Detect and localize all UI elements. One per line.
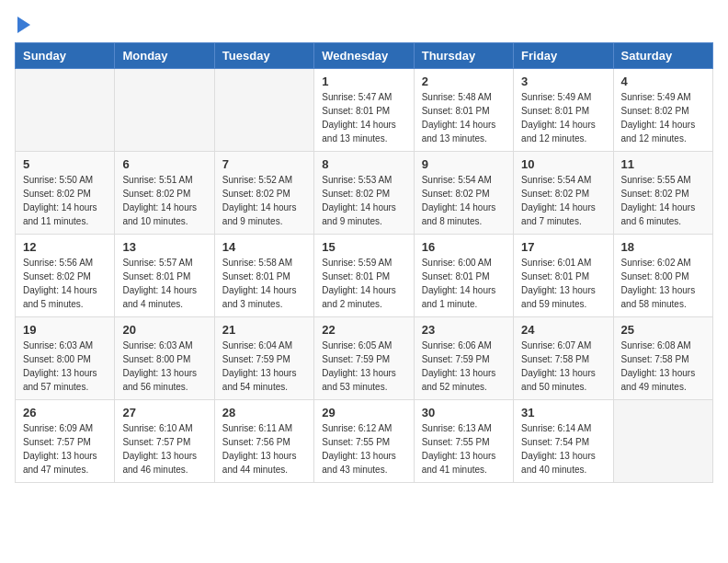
day-info: Sunrise: 6:08 AM Sunset: 7:58 PM Dayligh… bbox=[621, 339, 705, 394]
day-info: Sunrise: 5:56 AM Sunset: 8:02 PM Dayligh… bbox=[23, 256, 107, 311]
day-number: 25 bbox=[621, 323, 705, 337]
day-number: 15 bbox=[322, 240, 405, 254]
calendar-cell: 11Sunrise: 5:55 AM Sunset: 8:02 PM Dayli… bbox=[613, 152, 712, 235]
calendar-cell: 17Sunrise: 6:01 AM Sunset: 8:01 PM Dayli… bbox=[514, 235, 613, 317]
calendar-week-row: 5Sunrise: 5:50 AM Sunset: 8:02 PM Daylig… bbox=[16, 152, 713, 235]
day-number: 22 bbox=[322, 323, 405, 337]
day-of-week-header: Friday bbox=[514, 43, 613, 69]
calendar-cell: 19Sunrise: 6:03 AM Sunset: 8:00 PM Dayli… bbox=[16, 317, 115, 400]
day-number: 4 bbox=[621, 75, 705, 88]
day-info: Sunrise: 5:49 AM Sunset: 8:01 PM Dayligh… bbox=[521, 90, 605, 145]
page-header bbox=[15, 15, 713, 33]
day-number: 3 bbox=[521, 75, 605, 88]
day-number: 16 bbox=[422, 240, 506, 254]
calendar-cell: 31Sunrise: 6:14 AM Sunset: 7:54 PM Dayli… bbox=[514, 400, 613, 483]
day-number: 20 bbox=[122, 323, 206, 337]
logo-arrow-icon bbox=[17, 17, 30, 33]
day-number: 30 bbox=[422, 406, 506, 419]
calendar-table: SundayMondayTuesdayWednesdayThursdayFrid… bbox=[15, 42, 713, 483]
day-info: Sunrise: 5:59 AM Sunset: 8:01 PM Dayligh… bbox=[322, 256, 405, 311]
calendar-cell: 9Sunrise: 5:54 AM Sunset: 8:02 PM Daylig… bbox=[414, 152, 513, 235]
calendar-cell: 18Sunrise: 6:02 AM Sunset: 8:00 PM Dayli… bbox=[613, 235, 712, 317]
day-number: 23 bbox=[422, 323, 506, 337]
day-info: Sunrise: 5:54 AM Sunset: 8:02 PM Dayligh… bbox=[521, 173, 605, 228]
day-info: Sunrise: 5:48 AM Sunset: 8:01 PM Dayligh… bbox=[422, 90, 506, 145]
day-number: 7 bbox=[222, 157, 306, 171]
calendar-cell: 24Sunrise: 6:07 AM Sunset: 7:58 PM Dayli… bbox=[514, 317, 613, 400]
day-info: Sunrise: 6:03 AM Sunset: 8:00 PM Dayligh… bbox=[23, 339, 107, 394]
day-number: 2 bbox=[422, 75, 506, 88]
calendar-cell bbox=[115, 69, 214, 152]
day-number: 1 bbox=[322, 75, 405, 88]
day-number: 5 bbox=[23, 157, 107, 171]
calendar-cell: 27Sunrise: 6:10 AM Sunset: 7:57 PM Dayli… bbox=[115, 400, 214, 483]
day-info: Sunrise: 6:13 AM Sunset: 7:55 PM Dayligh… bbox=[422, 421, 506, 477]
day-of-week-header: Sunday bbox=[16, 43, 115, 69]
day-number: 10 bbox=[521, 157, 605, 171]
day-info: Sunrise: 6:05 AM Sunset: 7:59 PM Dayligh… bbox=[322, 339, 405, 394]
day-info: Sunrise: 5:49 AM Sunset: 8:02 PM Dayligh… bbox=[621, 90, 705, 145]
day-number: 9 bbox=[422, 157, 506, 171]
calendar-week-row: 19Sunrise: 6:03 AM Sunset: 8:00 PM Dayli… bbox=[16, 317, 713, 400]
day-info: Sunrise: 6:02 AM Sunset: 8:00 PM Dayligh… bbox=[621, 256, 705, 311]
calendar-cell: 3Sunrise: 5:49 AM Sunset: 8:01 PM Daylig… bbox=[514, 69, 613, 152]
calendar-cell: 12Sunrise: 5:56 AM Sunset: 8:02 PM Dayli… bbox=[16, 235, 115, 317]
day-info: Sunrise: 5:52 AM Sunset: 8:02 PM Dayligh… bbox=[222, 173, 306, 228]
day-number: 18 bbox=[621, 240, 705, 254]
day-info: Sunrise: 5:51 AM Sunset: 8:02 PM Dayligh… bbox=[122, 173, 206, 228]
calendar-cell: 16Sunrise: 6:00 AM Sunset: 8:01 PM Dayli… bbox=[414, 235, 513, 317]
calendar-cell: 21Sunrise: 6:04 AM Sunset: 7:59 PM Dayli… bbox=[214, 317, 313, 400]
day-number: 29 bbox=[322, 406, 405, 419]
day-info: Sunrise: 5:53 AM Sunset: 8:02 PM Dayligh… bbox=[322, 173, 405, 228]
day-info: Sunrise: 5:54 AM Sunset: 8:02 PM Dayligh… bbox=[422, 173, 506, 228]
day-of-week-header: Monday bbox=[115, 43, 214, 69]
day-number: 26 bbox=[23, 406, 107, 419]
calendar-cell: 1Sunrise: 5:47 AM Sunset: 8:01 PM Daylig… bbox=[314, 69, 414, 152]
calendar-cell: 7Sunrise: 5:52 AM Sunset: 8:02 PM Daylig… bbox=[214, 152, 313, 235]
calendar-week-row: 12Sunrise: 5:56 AM Sunset: 8:02 PM Dayli… bbox=[16, 235, 713, 317]
day-number: 11 bbox=[621, 157, 705, 171]
calendar-week-row: 1Sunrise: 5:47 AM Sunset: 8:01 PM Daylig… bbox=[16, 69, 713, 152]
day-info: Sunrise: 6:09 AM Sunset: 7:57 PM Dayligh… bbox=[23, 421, 107, 477]
day-number: 19 bbox=[23, 323, 107, 337]
day-info: Sunrise: 6:00 AM Sunset: 8:01 PM Dayligh… bbox=[422, 256, 506, 311]
calendar-cell: 25Sunrise: 6:08 AM Sunset: 7:58 PM Dayli… bbox=[613, 317, 712, 400]
day-number: 13 bbox=[122, 240, 206, 254]
calendar-cell: 23Sunrise: 6:06 AM Sunset: 7:59 PM Dayli… bbox=[414, 317, 513, 400]
day-info: Sunrise: 5:58 AM Sunset: 8:01 PM Dayligh… bbox=[222, 256, 306, 311]
day-info: Sunrise: 6:11 AM Sunset: 7:56 PM Dayligh… bbox=[222, 421, 306, 477]
calendar-cell bbox=[16, 69, 115, 152]
calendar-cell: 2Sunrise: 5:48 AM Sunset: 8:01 PM Daylig… bbox=[414, 69, 513, 152]
calendar-cell: 5Sunrise: 5:50 AM Sunset: 8:02 PM Daylig… bbox=[16, 152, 115, 235]
calendar-cell: 20Sunrise: 6:03 AM Sunset: 8:00 PM Dayli… bbox=[115, 317, 214, 400]
day-number: 8 bbox=[322, 157, 405, 171]
day-of-week-header: Tuesday bbox=[214, 43, 313, 69]
day-info: Sunrise: 6:10 AM Sunset: 7:57 PM Dayligh… bbox=[122, 421, 206, 477]
day-info: Sunrise: 5:47 AM Sunset: 8:01 PM Dayligh… bbox=[322, 90, 405, 145]
day-info: Sunrise: 5:57 AM Sunset: 8:01 PM Dayligh… bbox=[122, 256, 206, 311]
day-info: Sunrise: 6:06 AM Sunset: 7:59 PM Dayligh… bbox=[422, 339, 506, 394]
day-info: Sunrise: 6:04 AM Sunset: 7:59 PM Dayligh… bbox=[222, 339, 306, 394]
calendar-cell: 8Sunrise: 5:53 AM Sunset: 8:02 PM Daylig… bbox=[314, 152, 414, 235]
day-of-week-header: Saturday bbox=[613, 43, 712, 69]
calendar-cell: 29Sunrise: 6:12 AM Sunset: 7:55 PM Dayli… bbox=[314, 400, 414, 483]
day-number: 17 bbox=[521, 240, 605, 254]
day-number: 12 bbox=[23, 240, 107, 254]
calendar-cell: 6Sunrise: 5:51 AM Sunset: 8:02 PM Daylig… bbox=[115, 152, 214, 235]
calendar-cell bbox=[214, 69, 313, 152]
calendar-cell bbox=[613, 400, 712, 483]
day-info: Sunrise: 6:03 AM Sunset: 8:00 PM Dayligh… bbox=[122, 339, 206, 394]
calendar-cell: 10Sunrise: 5:54 AM Sunset: 8:02 PM Dayli… bbox=[514, 152, 613, 235]
day-number: 14 bbox=[222, 240, 306, 254]
day-of-week-header: Wednesday bbox=[314, 43, 414, 69]
day-number: 28 bbox=[222, 406, 306, 419]
day-of-week-header: Thursday bbox=[414, 43, 513, 69]
calendar-cell: 14Sunrise: 5:58 AM Sunset: 8:01 PM Dayli… bbox=[214, 235, 313, 317]
day-info: Sunrise: 6:01 AM Sunset: 8:01 PM Dayligh… bbox=[521, 256, 605, 311]
calendar-cell: 28Sunrise: 6:11 AM Sunset: 7:56 PM Dayli… bbox=[214, 400, 313, 483]
calendar-cell: 4Sunrise: 5:49 AM Sunset: 8:02 PM Daylig… bbox=[613, 69, 712, 152]
day-number: 21 bbox=[222, 323, 306, 337]
day-info: Sunrise: 5:55 AM Sunset: 8:02 PM Dayligh… bbox=[621, 173, 705, 228]
calendar-cell: 30Sunrise: 6:13 AM Sunset: 7:55 PM Dayli… bbox=[414, 400, 513, 483]
calendar-week-row: 26Sunrise: 6:09 AM Sunset: 7:57 PM Dayli… bbox=[16, 400, 713, 483]
